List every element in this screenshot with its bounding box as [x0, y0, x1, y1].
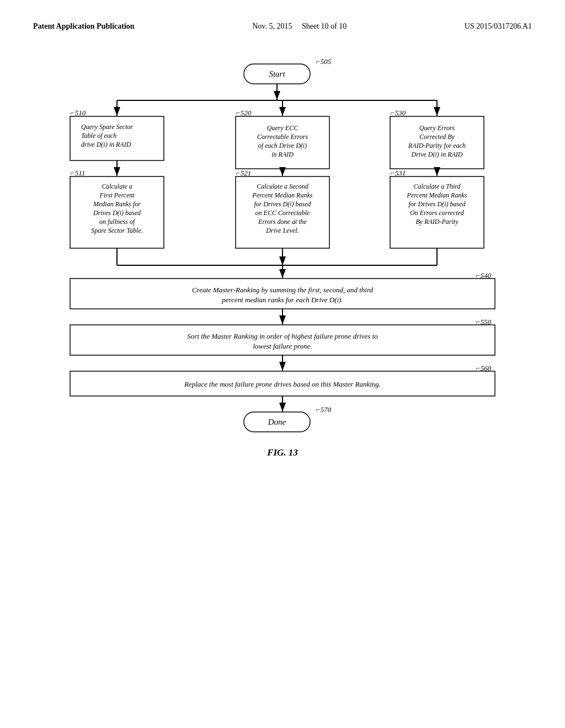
page-header: Patent Application Publication Nov. 5, 2… [33, 22, 532, 31]
svg-text:Median Ranks for: Median Ranks for [93, 200, 141, 208]
flowchart-svg: Start ⌐505 Query Spare Sector Table of e… [40, 47, 525, 627]
svg-text:on ECC Correctable: on ECC Correctable [255, 209, 311, 217]
svg-text:Errors done at the: Errors done at the [258, 218, 307, 226]
svg-text:of each Drive D(i): of each Drive D(i) [258, 142, 307, 149]
diagram-container: Start ⌐505 Query Spare Sector Table of e… [40, 47, 525, 629]
header-center: Nov. 5, 2015 Sheet 10 of 10 [252, 22, 347, 31]
svg-text:Drives D(i) based: Drives D(i) based [93, 209, 141, 217]
svg-text:⌐540: ⌐540 [476, 271, 492, 280]
svg-text:Table of each: Table of each [81, 132, 116, 140]
svg-text:On Errors corrected: On Errors corrected [410, 209, 465, 217]
svg-text:First Percent: First Percent [99, 191, 135, 199]
svg-text:⌐511: ⌐511 [70, 169, 85, 177]
svg-text:for Drives D(i) based: for Drives D(i) based [409, 200, 466, 208]
header-left: Patent Application Publication [33, 22, 135, 31]
svg-text:By RAID-Parity: By RAID-Parity [416, 218, 459, 226]
svg-text:⌐510: ⌐510 [70, 109, 86, 117]
svg-text:Query ECC: Query ECC [267, 124, 299, 132]
svg-text:drive D(i) in RAID: drive D(i) in RAID [81, 141, 131, 148]
svg-text:Replace the most failure prone: Replace the most failure prone drives ba… [184, 380, 381, 388]
svg-text:RAID-Parity for each: RAID-Parity for each [408, 142, 466, 149]
svg-text:Percent Median Ranks: Percent Median Ranks [252, 191, 313, 199]
svg-text:⌐521: ⌐521 [236, 169, 251, 177]
svg-text:in RAID: in RAID [271, 151, 294, 158]
svg-text:on fullness of: on fullness of [99, 218, 136, 226]
svg-text:Calculate a: Calculate a [102, 183, 132, 190]
svg-text:lowest failure prone.: lowest failure prone. [253, 342, 312, 350]
header-right: US 2015/0317206 A1 [465, 22, 532, 31]
svg-text:percent median ranks for each : percent median ranks for each Drive D(i)… [221, 296, 343, 304]
svg-text:for Drives D(i) based: for Drives D(i) based [254, 200, 312, 208]
svg-text:Calculate a Second: Calculate a Second [257, 183, 308, 190]
svg-text:Query Spare Sector: Query Spare Sector [81, 123, 134, 131]
svg-text:⌐505: ⌐505 [316, 57, 332, 66]
svg-text:Drive D(i) in RAID: Drive D(i) in RAID [411, 151, 463, 158]
svg-text:Start: Start [269, 69, 285, 78]
svg-text:Query Errors: Query Errors [419, 124, 455, 132]
svg-text:Create Master-Ranking by summi: Create Master-Ranking by summing the fir… [192, 286, 374, 294]
svg-text:Percent Median Ranks: Percent Median Ranks [407, 191, 467, 199]
page: Patent Application Publication Nov. 5, 2… [0, 0, 565, 728]
svg-text:⌐531: ⌐531 [390, 169, 406, 177]
svg-text:Done: Done [268, 417, 286, 426]
svg-text:Calculate a Third: Calculate a Third [414, 183, 461, 190]
svg-text:Corrected By: Corrected By [419, 133, 455, 141]
svg-text:⌐550: ⌐550 [476, 318, 492, 326]
svg-text:FIG. 13: FIG. 13 [266, 447, 298, 458]
svg-text:Drive Level.: Drive Level. [265, 227, 299, 234]
svg-text:⌐520: ⌐520 [236, 109, 252, 117]
svg-text:⌐560: ⌐560 [476, 364, 492, 372]
svg-text:⌐570: ⌐570 [316, 405, 332, 414]
svg-text:⌐530: ⌐530 [390, 109, 406, 117]
svg-text:Sort the Master Ranking in ord: Sort the Master Ranking in order of high… [187, 332, 378, 340]
header-date: Nov. 5, 2015 [252, 22, 292, 30]
svg-text:Spare Sector Table.: Spare Sector Table. [91, 227, 142, 234]
svg-text:Correctable Errors: Correctable Errors [257, 133, 308, 141]
header-sheet: Sheet 10 of 10 [302, 22, 347, 30]
